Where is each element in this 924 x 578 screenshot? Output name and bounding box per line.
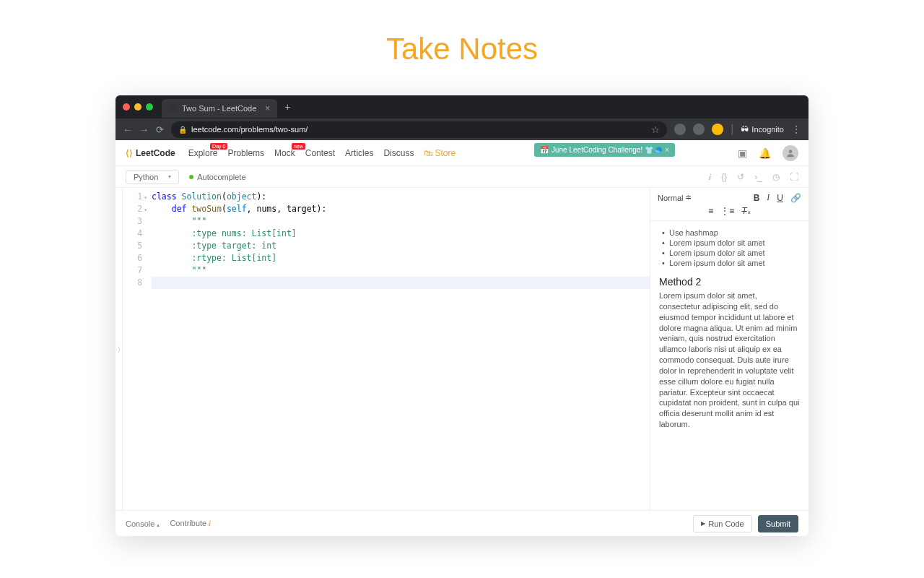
browser-menu-icon[interactable]: ⋮ xyxy=(791,124,801,135)
note-bullet[interactable]: Lorem ipsum dolor sit amet xyxy=(659,238,800,247)
notes-toolbar: Normal ≑ B I U 🔗 ≡ ⋮≡ Tₓ xyxy=(650,188,808,221)
line-number: 2▾ xyxy=(123,203,147,215)
submit-button[interactable]: Submit xyxy=(758,515,798,532)
run-code-button[interactable]: ▶ Run Code xyxy=(693,515,752,532)
nav-store[interactable]: 🛍 Store xyxy=(424,148,456,158)
editor-toolbar: Python ▾ Autocomplete 𝒊 {} ↺ ›_ ◷ ⛶ xyxy=(116,166,808,188)
code-line[interactable]: :type nums: List[int] xyxy=(152,228,650,240)
contribute-label: Contribute xyxy=(170,519,206,527)
language-label: Python xyxy=(134,173,158,181)
extension-icon[interactable] xyxy=(712,124,723,135)
url-text: leetcode.com/problems/two-sum/ xyxy=(191,125,308,134)
notes-content[interactable]: Use hashmapLorem ipsum dolor sit ametLor… xyxy=(650,221,808,510)
user-avatar[interactable] xyxy=(783,145,798,161)
notes-heading[interactable]: Method 2 xyxy=(659,276,800,288)
maximize-window-button[interactable] xyxy=(146,103,153,111)
back-button[interactable]: ← xyxy=(123,124,132,135)
fullscreen-icon[interactable]: ⛶ xyxy=(790,172,798,182)
nav-explore[interactable]: Explore Day 0 xyxy=(188,148,218,158)
code-line[interactable]: :type target: int xyxy=(152,240,650,252)
star-icon[interactable]: ☆ xyxy=(651,124,660,135)
timer-icon[interactable]: ◷ xyxy=(772,172,780,182)
line-number: 5 xyxy=(123,240,147,252)
main-area: ⟩ 1▾2▾3 4 5 6 7 8 class Solution(object)… xyxy=(116,188,808,510)
format-selector[interactable]: Normal ≑ xyxy=(658,193,692,202)
code-lines[interactable]: class Solution(object): def twoSum(self,… xyxy=(152,191,650,510)
banner-text: June LeetCoding Challenge! 👕🧢 xyxy=(552,146,662,154)
logo-text: LeetCode xyxy=(136,148,175,158)
line-gutter: 1▾2▾3 4 5 6 7 8 xyxy=(123,191,152,510)
code-line[interactable]: class Solution(object): xyxy=(152,191,650,203)
console-toggle[interactable]: Console ▴ xyxy=(126,519,160,528)
nav-articles[interactable]: Articles xyxy=(345,148,373,158)
notifications-icon[interactable]: 🔔 xyxy=(759,147,771,159)
underline-button[interactable]: U xyxy=(777,193,783,203)
user-icon xyxy=(785,148,796,158)
tab-title: Two Sum - LeetCode xyxy=(182,104,256,113)
autocomplete-status-dot xyxy=(189,175,193,179)
nav-problems[interactable]: Problems xyxy=(227,148,264,158)
page-title: Take Notes xyxy=(0,0,924,95)
format-label: Normal xyxy=(658,194,683,202)
chevron-up-icon: ▴ xyxy=(157,522,160,528)
nav-label: Mock xyxy=(274,148,295,158)
address-bar[interactable]: 🔒 leetcode.com/problems/two-sum/ ☆ xyxy=(171,121,667,138)
link-button[interactable]: 🔗 xyxy=(790,193,801,203)
run-label: Run Code xyxy=(708,519,744,528)
bold-button[interactable]: B xyxy=(754,193,760,203)
note-bullet[interactable]: Lorem ipsum dolor sit amet xyxy=(659,249,800,257)
note-bullet[interactable]: Lorem ipsum dolor sit amet xyxy=(659,259,800,267)
code-line[interactable]: """ xyxy=(152,215,650,228)
app-header: ⟨⟩ LeetCode Explore Day 0 Problems Mock … xyxy=(116,140,808,166)
line-number: 4 xyxy=(123,228,147,240)
minimize-window-button[interactable] xyxy=(134,103,141,111)
italic-button[interactable]: I xyxy=(767,192,770,203)
incognito-icon: 🕶 xyxy=(741,125,749,134)
extension-icon[interactable] xyxy=(674,124,686,135)
undo-icon[interactable]: ↺ xyxy=(737,172,744,182)
incognito-indicator: 🕶 Incognito xyxy=(741,125,784,134)
logo[interactable]: ⟨⟩ LeetCode xyxy=(126,148,175,158)
nav-badge: new xyxy=(292,143,305,150)
browser-tab[interactable]: Two Sum - LeetCode × xyxy=(162,99,277,118)
reload-button[interactable]: ⟳ xyxy=(156,124,164,135)
nav-discuss[interactable]: Discuss xyxy=(383,148,414,158)
forward-button[interactable]: → xyxy=(139,124,149,135)
notes-paragraph[interactable]: Lorem ipsum dolor sit amet, consectetur … xyxy=(659,290,800,430)
browser-toolbar: ← → ⟳ 🔒 leetcode.com/problems/two-sum/ ☆… xyxy=(116,118,808,140)
tab-close-icon[interactable]: × xyxy=(265,103,270,113)
new-tab-button[interactable]: + xyxy=(284,101,290,113)
nav-label: Store xyxy=(435,148,456,158)
close-window-button[interactable] xyxy=(123,103,130,111)
promo-banner[interactable]: 📅 June LeetCoding Challenge! 👕🧢 × xyxy=(534,143,675,157)
info-icon[interactable]: 𝒊 xyxy=(709,172,711,182)
terminal-icon[interactable]: ›_ xyxy=(754,172,762,182)
language-selector[interactable]: Python ▾ xyxy=(126,170,179,184)
note-bullet[interactable]: Use hashmap xyxy=(659,228,800,237)
ordered-list-button[interactable]: ≡ xyxy=(708,206,713,216)
code-editor[interactable]: 1▾2▾3 4 5 6 7 8 class Solution(object): … xyxy=(123,188,650,510)
extension-icon[interactable] xyxy=(693,124,705,135)
browser-tab-strip: Two Sum - LeetCode × + xyxy=(116,95,808,118)
autocomplete-label: Autocomplete xyxy=(197,173,245,181)
code-line[interactable]: :rtype: List[int] xyxy=(152,252,650,264)
code-line[interactable]: def twoSum(self, nums, target): xyxy=(152,203,650,215)
nav-contest[interactable]: Contest xyxy=(305,148,335,158)
code-line[interactable] xyxy=(152,277,650,289)
nav-mock[interactable]: Mock new xyxy=(274,148,295,158)
braces-icon[interactable]: {} xyxy=(721,172,727,182)
line-number: 1▾ xyxy=(123,191,147,203)
clear-format-button[interactable]: Tₓ xyxy=(741,206,750,216)
line-number: 3 xyxy=(123,215,147,228)
browser-window: Two Sum - LeetCode × + ← → ⟳ 🔒 leetcode.… xyxy=(116,95,808,536)
panel-resize-handle[interactable]: ⟩ xyxy=(116,188,123,510)
unordered-list-button[interactable]: ⋮≡ xyxy=(720,206,734,216)
store-icon: 🛍 xyxy=(424,148,432,158)
code-line[interactable]: """ xyxy=(152,264,650,277)
chevron-down-icon: ▾ xyxy=(168,173,171,180)
contribute-link[interactable]: Contribute 𝒊 xyxy=(170,519,211,528)
playground-icon[interactable]: ▣ xyxy=(738,147,747,159)
banner-close-icon[interactable]: × xyxy=(665,146,669,154)
incognito-label: Incognito xyxy=(751,125,784,134)
tab-favicon xyxy=(169,104,178,113)
